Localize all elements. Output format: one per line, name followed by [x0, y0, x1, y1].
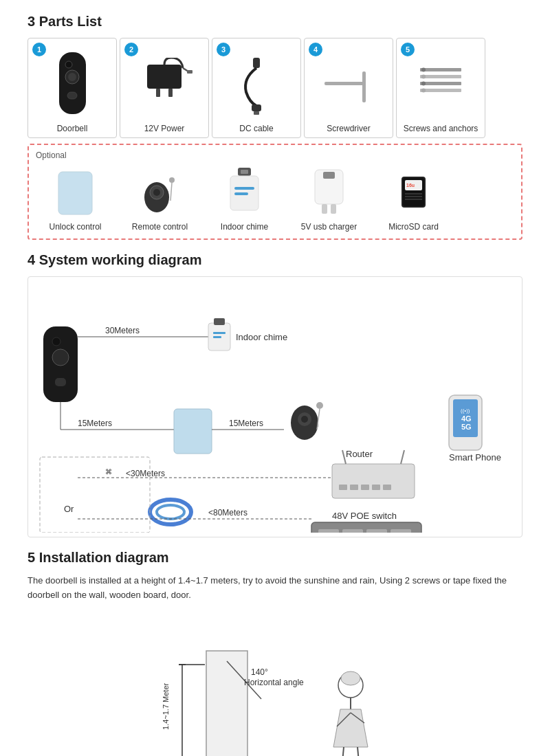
svg-rect-16 — [420, 82, 461, 85]
svg-text:⌘: ⌘ — [105, 468, 112, 476]
svg-marker-108 — [333, 709, 368, 747]
svg-rect-78 — [361, 485, 369, 490]
install-text: The doorbell is installed at a height of… — [28, 574, 522, 603]
charger-icon — [302, 164, 357, 219]
svg-point-46 — [52, 337, 60, 346]
remote-icon — [133, 164, 188, 219]
part-badge-2: 2 — [124, 43, 138, 56]
install-diagram: 140° Horizontal angle 1.4~1.7 M — [28, 610, 522, 756]
svg-rect-91 — [366, 529, 387, 533]
svg-text:15Meters: 15Meters — [78, 419, 112, 428]
part-badge-5: 5 — [401, 43, 415, 56]
opt-chime: Indoor chime — [205, 164, 284, 232]
optional-label: Optional — [36, 151, 514, 160]
screws-icon — [413, 51, 468, 120]
part-cable: 3 DC cable — [212, 38, 301, 138]
svg-rect-14 — [420, 68, 461, 71]
svg-text:((•)): ((•)) — [461, 408, 470, 414]
svg-text:Smart Phone: Smart Phone — [449, 452, 501, 463]
svg-rect-32 — [234, 192, 248, 195]
svg-rect-8 — [187, 70, 192, 74]
svg-text:30Meters: 30Meters — [105, 326, 140, 335]
system-diagram-section: 4 System working diagram 30Meters Indoor… — [28, 252, 522, 537]
svg-rect-9 — [253, 58, 260, 68]
svg-text:5G: 5G — [461, 423, 472, 431]
svg-point-86 — [157, 505, 184, 519]
svg-text:<80Meters: <80Meters — [208, 508, 248, 518]
part-label-cable: DC cable — [239, 124, 273, 133]
svg-rect-52 — [213, 332, 226, 334]
svg-text:Indoor chime: Indoor chime — [236, 332, 287, 342]
svg-rect-31 — [234, 187, 254, 190]
svg-rect-15 — [420, 75, 461, 78]
opt-label-chime: Indoor chime — [221, 222, 268, 232]
svg-point-64 — [316, 402, 323, 409]
svg-text:140°: 140° — [251, 667, 268, 677]
svg-line-111 — [340, 747, 344, 756]
svg-rect-90 — [342, 529, 363, 533]
part-doorbell: 1 Doorbell — [28, 38, 117, 138]
svg-rect-36 — [331, 204, 336, 214]
svg-line-27 — [170, 183, 172, 201]
svg-point-2 — [68, 73, 76, 81]
svg-text:4G: 4G — [461, 414, 472, 423]
system-title: 4 System working diagram — [28, 252, 522, 268]
svg-rect-53 — [213, 336, 221, 338]
svg-rect-29 — [241, 170, 248, 174]
cable-icon — [236, 51, 277, 120]
svg-point-26 — [169, 177, 175, 183]
parts-list-title: 3 Parts List — [28, 14, 522, 30]
svg-text:1.4~1.7 Meter: 1.4~1.7 Meter — [162, 682, 170, 730]
svg-rect-58 — [174, 409, 212, 454]
svg-point-3 — [65, 61, 72, 68]
svg-point-106 — [341, 671, 360, 685]
svg-rect-10 — [252, 104, 261, 111]
svg-rect-73 — [332, 464, 415, 498]
system-svg: 30Meters Indoor chime 15Meters 15Meters — [36, 285, 522, 533]
svg-rect-22 — [58, 172, 92, 214]
part-badge-1: 1 — [32, 43, 46, 56]
svg-rect-11 — [254, 111, 259, 115]
svg-point-63 — [301, 416, 308, 423]
svg-point-25 — [153, 189, 160, 196]
svg-text:<30Meters: <30Meters — [126, 469, 165, 478]
opt-label-unlock: Unlock control — [49, 222, 101, 232]
svg-rect-17 — [420, 89, 461, 92]
part-label-screwdriver: Screwdriver — [327, 124, 370, 133]
svg-line-75 — [401, 450, 404, 464]
diagram-area: 30Meters Indoor chime 15Meters 15Meters — [28, 276, 522, 537]
opt-unlock: Unlock control — [36, 164, 115, 232]
power-icon — [133, 51, 195, 120]
svg-rect-101 — [206, 651, 248, 756]
screwdriver-icon — [318, 51, 380, 120]
unlock-icon — [48, 164, 103, 219]
optional-grid: Unlock control Remote control — [36, 164, 514, 232]
part-screws: 5 Screws and anchors — [396, 38, 485, 138]
opt-charger: 5V usb charger — [289, 164, 368, 232]
install-title: 5 Installation diagram — [28, 550, 522, 566]
doorbell-icon — [54, 51, 91, 120]
svg-text:48V POE switch: 48V POE switch — [332, 511, 397, 521]
svg-rect-80 — [383, 485, 391, 490]
svg-point-20 — [421, 82, 426, 86]
part-screwdriver: 4 Screwdriver — [304, 38, 393, 138]
svg-point-19 — [421, 75, 426, 79]
svg-rect-47 — [55, 378, 66, 386]
installation-section: 5 Installation diagram The doorbell is i… — [28, 550, 522, 756]
opt-label-charger: 5V usb charger — [301, 222, 357, 232]
part-label-screws: Screws and anchors — [404, 124, 478, 133]
svg-text:16u: 16u — [406, 183, 415, 188]
opt-label-remote: Remote control — [132, 222, 188, 232]
svg-rect-34 — [323, 172, 335, 179]
svg-rect-5 — [147, 65, 182, 89]
svg-point-21 — [421, 89, 426, 93]
svg-point-45 — [52, 349, 69, 366]
part-badge-4: 4 — [309, 43, 322, 56]
svg-rect-89 — [318, 529, 339, 533]
sd-icon: 16u — [386, 164, 441, 219]
svg-rect-13 — [362, 71, 366, 102]
svg-rect-7 — [168, 89, 173, 97]
svg-rect-6 — [156, 89, 160, 97]
svg-rect-35 — [322, 204, 327, 214]
svg-text:Horizontal angle: Horizontal angle — [244, 678, 304, 687]
